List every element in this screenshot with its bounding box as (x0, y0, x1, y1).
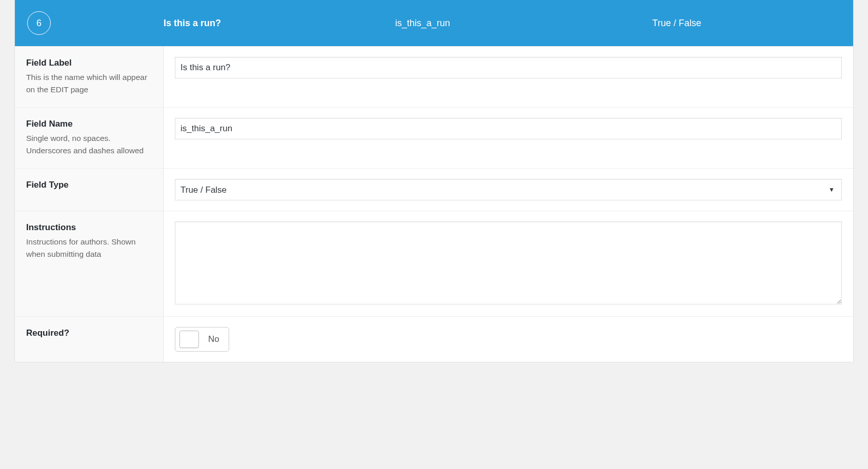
order-circle: 6 (27, 11, 51, 35)
field-label-title: Field Label (26, 58, 149, 68)
row-left: Instructions Instructions for authors. S… (15, 211, 164, 316)
field-label-input[interactable] (175, 57, 842, 78)
field-order[interactable]: 6 (15, 11, 164, 35)
row-right (164, 108, 853, 168)
row-right (164, 47, 853, 107)
field-name-desc: Single word, no spaces. Underscores and … (26, 132, 149, 157)
header-name: is_this_a_run (365, 18, 596, 29)
row-field-name: Field Name Single word, no spaces. Under… (15, 107, 853, 168)
row-required: Required? No (15, 316, 853, 362)
field-type-select[interactable]: True / False (175, 179, 842, 200)
row-right: True / False ▼ (164, 169, 853, 211)
field-header[interactable]: 6 Is this a run? is_this_a_run True / Fa… (15, 0, 853, 46)
row-left: Required? (15, 317, 164, 362)
instructions-desc: Instructions for authors. Shown when sub… (26, 236, 149, 260)
required-toggle-label: No (208, 334, 219, 344)
instructions-title: Instructions (26, 222, 149, 233)
row-right (164, 211, 853, 316)
row-field-type: Field Type True / False ▼ (15, 168, 853, 211)
row-left: Field Type (15, 169, 164, 211)
field-settings-panel: 6 Is this a run? is_this_a_run True / Fa… (14, 0, 854, 362)
field-name-title: Field Name (26, 119, 149, 129)
row-right: No (164, 317, 853, 362)
row-field-label: Field Label This is the name which will … (15, 46, 853, 107)
header-type: True / False (596, 18, 853, 29)
field-label-desc: This is the name which will appear on th… (26, 71, 149, 96)
field-name-input[interactable] (175, 118, 842, 139)
toggle-knob (179, 331, 199, 348)
required-title: Required? (26, 328, 149, 338)
row-left: Field Label This is the name which will … (15, 47, 164, 107)
row-instructions: Instructions Instructions for authors. S… (15, 211, 853, 316)
required-toggle[interactable]: No (175, 327, 229, 352)
field-type-title: Field Type (26, 180, 149, 190)
header-label: Is this a run? (164, 18, 365, 29)
order-number: 6 (36, 18, 42, 29)
instructions-textarea[interactable] (175, 221, 842, 304)
row-left: Field Name Single word, no spaces. Under… (15, 108, 164, 168)
